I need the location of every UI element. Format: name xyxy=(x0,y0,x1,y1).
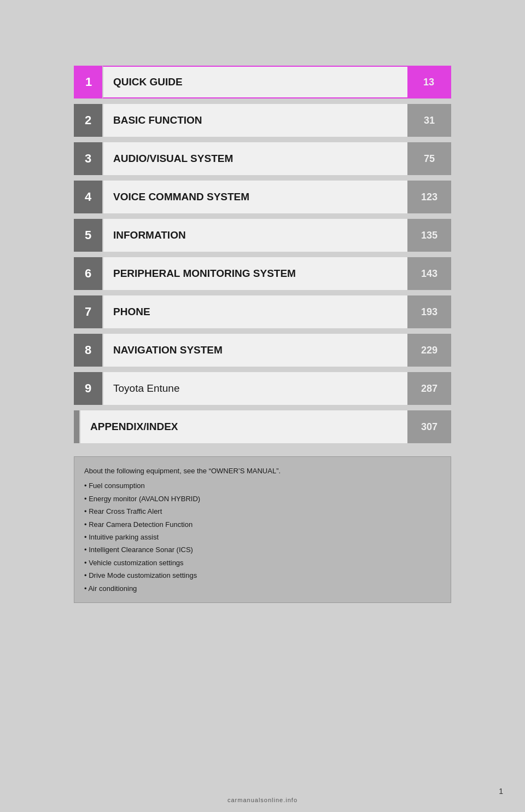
info-box-title: About the following equipment, see the “… xyxy=(84,465,441,477)
info-item-1: Fuel consumption xyxy=(84,479,441,492)
toc-number-6: 6 xyxy=(74,257,102,290)
toc-row-1[interactable]: 1 QUICK GUIDE 13 xyxy=(74,66,451,98)
toc-title-9: Toyota Entune xyxy=(102,372,407,405)
toc-row-4[interactable]: 4 VOICE COMMAND SYSTEM 123 xyxy=(74,181,451,213)
toc-row-2[interactable]: 2 BASIC FUNCTION 31 xyxy=(74,104,451,137)
toc-number-1: 1 xyxy=(74,66,102,98)
toc-page-6: 143 xyxy=(407,257,451,290)
toc-container: 1 QUICK GUIDE 13 2 BASIC FUNCTION 31 3 A… xyxy=(74,66,451,603)
toc-title-3: AUDIO/VISUAL SYSTEM xyxy=(102,142,407,175)
toc-page-3: 75 xyxy=(407,142,451,175)
info-item-5: Intuitive parking assist xyxy=(84,531,441,543)
toc-page-2: 31 xyxy=(407,104,451,137)
toc-row-3[interactable]: 3 AUDIO/VISUAL SYSTEM 75 xyxy=(74,142,451,175)
toc-title-7: PHONE xyxy=(102,295,407,328)
info-item-4: Rear Camera Detection Function xyxy=(84,518,441,531)
page-number: 1 xyxy=(499,787,503,796)
info-item-9: Air conditioning xyxy=(84,582,441,595)
toc-row-8[interactable]: 8 NAVIGATION SYSTEM 229 xyxy=(74,334,451,367)
toc-title-6: PERIPHERAL MONITORING SYSTEM xyxy=(102,257,407,290)
toc-number-4: 4 xyxy=(74,181,102,213)
toc-number-7: 7 xyxy=(74,295,102,328)
info-box: About the following equipment, see the “… xyxy=(74,456,451,603)
toc-title-4: VOICE COMMAND SYSTEM xyxy=(102,181,407,213)
toc-page-1: 13 xyxy=(407,66,451,98)
toc-number-8: 8 xyxy=(74,334,102,367)
toc-number-appendix xyxy=(74,410,79,443)
info-box-list: Fuel consumption Energy monitor (AVALON … xyxy=(84,479,441,595)
toc-page-9: 287 xyxy=(407,372,451,405)
toc-row-6[interactable]: 6 PERIPHERAL MONITORING SYSTEM 143 xyxy=(74,257,451,290)
toc-row-5[interactable]: 5 INFORMATION 135 xyxy=(74,219,451,252)
info-item-7: Vehicle customization settings xyxy=(84,556,441,569)
toc-number-9: 9 xyxy=(74,372,102,405)
toc-title-appendix: APPENDIX/INDEX xyxy=(79,410,407,443)
toc-number-5: 5 xyxy=(74,219,102,252)
info-item-8: Drive Mode customization settings xyxy=(84,569,441,582)
toc-page-4: 123 xyxy=(407,181,451,213)
toc-page-7: 193 xyxy=(407,295,451,328)
info-item-3: Rear Cross Traffic Alert xyxy=(84,505,441,518)
toc-page-5: 135 xyxy=(407,219,451,252)
toc-row-7[interactable]: 7 PHONE 193 xyxy=(74,295,451,328)
info-item-6: Intelligent Clearance Sonar (ICS) xyxy=(84,543,441,556)
toc-number-3: 3 xyxy=(74,142,102,175)
page-container: 1 QUICK GUIDE 13 2 BASIC FUNCTION 31 3 A… xyxy=(0,0,525,812)
toc-page-appendix: 307 xyxy=(407,410,451,443)
toc-page-8: 229 xyxy=(407,334,451,367)
toc-title-5: INFORMATION xyxy=(102,219,407,252)
toc-row-appendix[interactable]: APPENDIX/INDEX 307 xyxy=(74,410,451,443)
toc-title-8: NAVIGATION SYSTEM xyxy=(102,334,407,367)
info-item-2: Energy monitor (AVALON HYBRID) xyxy=(84,492,441,505)
toc-number-2: 2 xyxy=(74,104,102,137)
toc-row-9[interactable]: 9 Toyota Entune 287 xyxy=(74,372,451,405)
toc-title-1: QUICK GUIDE xyxy=(102,66,407,98)
toc-title-2: BASIC FUNCTION xyxy=(102,104,407,137)
watermark: carmanualsonline.info xyxy=(0,797,525,803)
